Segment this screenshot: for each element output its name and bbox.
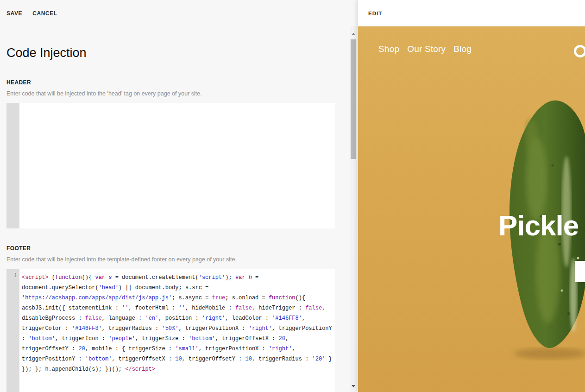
code-line: 'https://acsbapp.com/apps/app/dist/js/ap… xyxy=(22,293,332,303)
code-line: document.querySelector('head') || docume… xyxy=(22,283,332,293)
o-ring-logo-icon[interactable] xyxy=(574,45,585,57)
footer-section-description: Enter code that will be injected into th… xyxy=(6,256,237,263)
nav-link-our-story[interactable]: Our Story xyxy=(407,44,446,54)
header-section-label: HEADER xyxy=(6,79,31,86)
header-section-description: Enter code that will be injected into th… xyxy=(6,90,202,97)
toolbar: SAVE CANCEL xyxy=(6,10,57,17)
footer-section-label: FOOTER xyxy=(6,245,31,252)
code-line: }); }; h.appendChild(s); })(); </script> xyxy=(22,364,332,374)
header-editor-gutter xyxy=(6,103,19,228)
scroll-down-icon[interactable] xyxy=(352,385,355,387)
page-title: Code Injection xyxy=(6,46,87,60)
edit-button[interactable]: EDIT xyxy=(368,11,382,16)
scroll-up-icon[interactable] xyxy=(352,33,355,35)
hero-title: Pickle xyxy=(498,211,579,240)
code-line: acsbJS.init({ statementLink : '', footer… xyxy=(22,303,332,313)
code-line: : 'bottom', triggerIcon : 'people', trig… xyxy=(22,334,332,344)
footer-editor-gutter: 1 xyxy=(6,269,19,392)
settings-panel: SAVE CANCEL Code Injection HEADER Enter … xyxy=(0,0,358,392)
scrollbar[interactable] xyxy=(350,26,357,392)
site-preview: Shop Our Story Blog xyxy=(358,26,585,392)
code-line: disableBgProcess : false, language : 'en… xyxy=(22,313,332,323)
line-number: 1 xyxy=(14,272,17,279)
site-navigation: Shop Our Story Blog xyxy=(378,44,472,54)
preview-edit-bar: EDIT xyxy=(358,0,585,26)
code-line: triggerOffsetY : 20, mobile : { triggerS… xyxy=(22,344,332,354)
header-code-editor[interactable] xyxy=(6,103,335,228)
scrollbar-thumb[interactable] xyxy=(351,39,356,159)
code-line: triggerPositionY : 'bottom', triggerOffs… xyxy=(22,354,332,364)
site-preview-panel: EDIT Shop Our Story Blog xyxy=(358,0,585,392)
footer-code-area[interactable]: <script> (function(){ var s = document.c… xyxy=(19,269,335,392)
cancel-button[interactable]: CANCEL xyxy=(32,10,57,17)
footer-code-editor[interactable]: 1 <script> (function(){ var s = document… xyxy=(6,269,335,392)
code-line: <script> (function(){ var s = document.c… xyxy=(22,272,332,283)
header-code-area[interactable] xyxy=(19,103,335,228)
nav-link-shop[interactable]: Shop xyxy=(378,44,399,54)
save-button[interactable]: SAVE xyxy=(6,10,22,17)
edge-panel xyxy=(575,261,585,282)
code-line: triggerColor : '#146FF8', triggerRadius … xyxy=(22,323,332,334)
nav-link-blog[interactable]: Blog xyxy=(453,44,472,54)
